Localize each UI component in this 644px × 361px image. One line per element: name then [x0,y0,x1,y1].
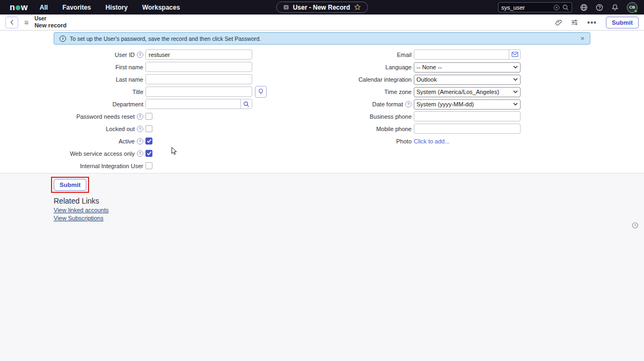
favorite-star-icon[interactable] [354,4,361,11]
presence-status-dot [634,9,638,13]
calendar-integration-label: Calendar integration [317,76,412,83]
field-help-icon[interactable]: ? [137,52,143,58]
submit-button-footer[interactable]: Submit [54,179,86,191]
record-title-pill[interactable]: User - New Record [276,2,368,13]
email-input[interactable] [414,50,509,59]
password-needs-reset-row: Password needs reset? [54,110,284,122]
main-menu: All Favorites History Workspaces [40,4,180,11]
mobile-phone-input[interactable] [414,124,521,134]
logo-text: n [10,3,15,12]
view-linked-accounts-link[interactable]: View linked accounts [54,207,109,213]
internal-integration-user-checkbox[interactable] [145,162,152,169]
user-id-input[interactable] [145,49,252,60]
language-select[interactable]: -- None -- [414,62,521,73]
back-button[interactable] [5,17,18,28]
calendar-integration-select[interactable]: Outlook [414,75,521,85]
password-needs-reset-checkbox[interactable] [145,113,152,120]
record-toolbar: ≡ User New record ••• Submit [0,15,644,31]
department-input[interactable] [146,99,240,109]
title-row: Title [54,85,284,98]
nav-item-favorites[interactable]: Favorites [62,4,91,11]
personalize-form-icon[interactable] [571,19,578,26]
nav-item-workspaces[interactable]: Workspaces [142,4,180,11]
business-phone-input[interactable] [414,111,521,121]
title-input[interactable] [145,86,252,97]
first-name-row: First name [54,61,284,73]
email-label: Email [317,52,412,58]
logo-o-icon [16,5,20,10]
servicenow-logo[interactable]: nw [10,3,28,12]
time-zone-label: Time zone [317,89,412,95]
help-icon[interactable] [596,4,603,11]
search-icon[interactable] [562,4,569,11]
nav-item-history[interactable]: History [106,4,128,11]
password-needs-reset-label: Password needs reset? [54,113,143,120]
locked-out-label: Locked out? [54,126,143,132]
photo-label: Photo [317,138,412,145]
language-row: Language -- None -- [317,61,542,73]
business-phone-label: Business phone [317,113,412,120]
attachment-paperclip-icon[interactable] [555,19,562,26]
banner-close-icon[interactable]: × [580,34,584,42]
department-lookup-icon[interactable] [240,99,252,109]
field-help-icon[interactable]: ? [137,138,143,145]
form-list-icon [283,4,289,10]
last-name-row: Last name [54,73,284,85]
last-name-input[interactable] [145,74,252,84]
web-service-access-checkbox[interactable] [145,150,152,157]
clear-search-icon[interactable] [553,4,560,11]
info-icon: i [60,35,66,42]
global-search-input[interactable] [501,4,551,11]
field-help-icon[interactable]: ? [137,150,143,157]
title-label: Title [54,89,143,95]
response-time-clock-icon[interactable] [632,221,639,231]
form-column-left: User ID? First name Last name Title Depa… [54,48,284,172]
suggestion-lightbulb-button[interactable] [255,86,267,98]
view-subscriptions-link[interactable]: View Subscriptions [54,215,104,221]
locked-out-row: Locked out? [54,122,284,135]
email-envelope-icon[interactable] [509,50,520,59]
nav-item-all[interactable]: All [40,4,48,11]
internal-integration-user-label: Internal Integration User [54,163,143,169]
web-service-access-label: Web service access only? [54,150,143,157]
global-search-box[interactable] [498,2,572,12]
toolbar-actions: ••• Submit [555,17,639,28]
submit-button[interactable]: Submit [606,17,639,28]
header-actions: CB [498,2,638,13]
photo-add-link[interactable]: Click to add... [414,138,450,145]
field-help-icon[interactable]: ? [405,101,412,107]
mobile-phone-row: Mobile phone [317,122,542,135]
field-help-icon[interactable]: ? [137,126,143,132]
last-name-label: Last name [54,76,143,83]
calendar-integration-row: Calendar integration Outlook [317,73,542,85]
record-type-label: User [34,16,67,22]
date-format-select[interactable]: System (yyyy-MM-dd) [414,99,521,110]
info-banner: i To set up the User's password, save th… [54,32,590,45]
locked-out-checkbox[interactable] [145,125,152,132]
date-format-row: Date format? System (yyyy-MM-dd) [317,98,542,110]
more-options-icon[interactable]: ••• [587,20,597,25]
top-nav-bar: nw All Favorites History Workspaces User… [0,0,644,15]
first-name-label: First name [54,64,143,70]
photo-row: Photo Click to add... [317,135,542,147]
date-format-label: Date format? [317,101,412,107]
business-phone-row: Business phone [317,110,542,122]
department-row: Department [54,98,284,110]
department-label: Department [54,101,143,107]
field-help-icon[interactable]: ? [137,113,143,120]
active-checkbox[interactable] [145,138,152,145]
email-row: Email [317,48,542,61]
time-zone-select[interactable]: System (America/Los_Angeles) [414,87,521,97]
user-avatar[interactable]: CB [627,2,638,13]
user-id-row: User ID? [54,48,284,61]
first-name-input[interactable] [145,62,252,72]
time-zone-row: Time zone System (America/Los_Angeles) [317,85,542,98]
web-service-access-row: Web service access only? [54,147,284,160]
form-context-menu-icon[interactable]: ≡ [23,18,30,27]
logo-text: w [21,3,28,12]
globe-icon[interactable] [580,4,588,11]
record-pill-title: User - New Record [293,4,350,11]
notifications-bell-icon[interactable] [611,4,619,11]
internal-integration-user-row: Internal Integration User [54,160,284,172]
form-footer: Submit Related Links View linked account… [0,173,644,361]
